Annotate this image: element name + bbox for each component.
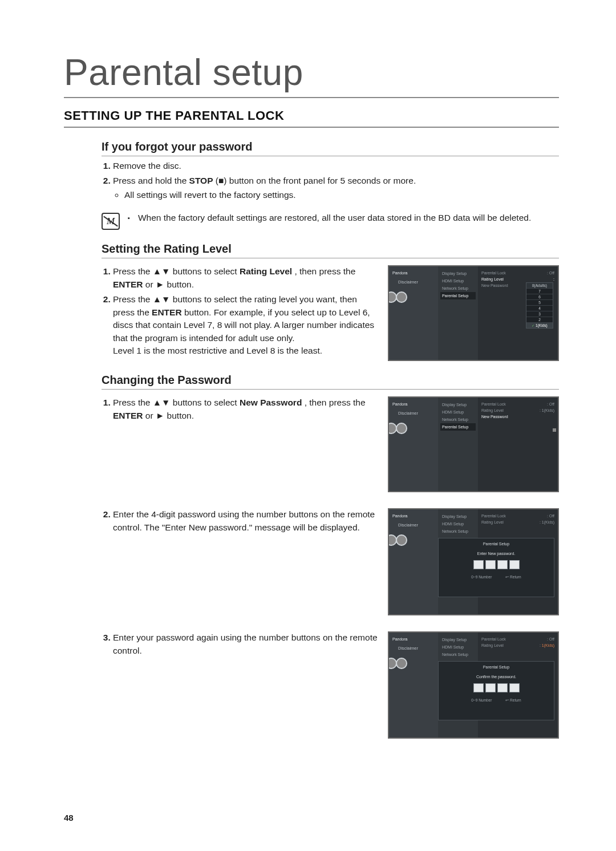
dev-mid-network-4: Network Setup <box>440 651 476 658</box>
rating-step-2: Press the ▲▼ buttons to select the ratin… <box>113 293 378 357</box>
page-title: Parental setup <box>64 51 559 98</box>
dev-mid-display-3: Display Setup <box>440 513 476 520</box>
pw-s1-d: ENTER <box>113 411 143 420</box>
dev-r-off-4: : Off <box>547 637 554 641</box>
dev-r-rating-level-2: Rating Level <box>481 408 504 412</box>
pw-s1-e: or ► button. <box>145 411 194 420</box>
dev-nav-disclaimer-2: Disclaimer <box>398 411 435 416</box>
password-boxes <box>473 560 520 569</box>
dev-r-rating-sel: : <box>553 277 554 281</box>
dev-r-parental-lock-2: Parental Lock <box>481 402 506 406</box>
dev-r-1kids-3: : 1(Kids) <box>540 520 554 524</box>
dev-r-off-2: : Off <box>547 402 554 406</box>
dev-r-new-password-2: New Password <box>481 415 508 419</box>
dev-r-parental-lock-4: Parental Lock <box>481 637 506 641</box>
dev-nav-disclaimer: Disclaimer <box>398 279 435 285</box>
dev-r-1kids-2: : 1(Kids) <box>540 408 554 412</box>
pw-s1-a: Press the ▲▼ buttons to select <box>113 398 240 407</box>
dev-drop-6: 6 <box>526 294 553 299</box>
dev-r-new-password: New Password <box>481 283 508 287</box>
rating-s1-b: Rating Level <box>240 266 292 276</box>
dev-drop-3: 3 <box>526 311 553 317</box>
right-arrow-icon <box>553 428 556 432</box>
screenshot-enter-password: Pandora Disclaimer Display Setup HDMI Se… <box>388 508 559 615</box>
section-title: SETTING UP THE PARENTAL LOCK <box>64 108 559 128</box>
dev-mid-hdmi-3: HDMI Setup <box>440 520 476 528</box>
note-bullet-icon: ▪ <box>128 214 130 223</box>
page-number: 48 <box>64 813 74 822</box>
password-step-2: Enter the 4-digit password using the num… <box>113 508 378 534</box>
dev-rating-dropdown: 8(Adults) 7 6 5 4 3 2 1(Kids) <box>526 282 553 329</box>
dev-mid-parental-2: Parental Setup <box>440 423 476 431</box>
dev-mid-hdmi-2: HDMI Setup <box>440 408 476 416</box>
screenshot-rating-level: Pandora Disclaimer Display Setup HDMI Se… <box>388 265 559 361</box>
dev-r-1kids-note: : 1(Kids) <box>540 643 554 647</box>
password-boxes-confirm <box>473 683 520 692</box>
forgot-step-1: Remove the disc. <box>113 160 559 172</box>
dev-mid-hdmi: HDMI Setup <box>440 277 476 285</box>
dev-r-rating-level: Rating Level <box>481 277 504 281</box>
overlay-title-1: Parental Setup <box>483 542 509 546</box>
dev-mid-network-3: Network Setup <box>440 528 476 535</box>
rating-s1-e: or ► button. <box>145 279 194 289</box>
dev-mid-parental: Parental Setup <box>440 292 476 299</box>
forgot-step-2-bullet: All settings will revert to the factory … <box>124 189 559 201</box>
note-text: When the factory default settings are re… <box>138 212 559 224</box>
dev-r-rating-level-3: Rating Level <box>481 520 504 524</box>
dev-nav-disclaimer-3: Disclaimer <box>398 522 435 528</box>
password-heading: Changing the Password <box>102 374 559 390</box>
password-step-1: Press the ▲▼ buttons to select New Passw… <box>113 396 378 422</box>
rating-s1-d: ENTER <box>113 279 143 289</box>
note-icon <box>102 213 120 230</box>
hint-number-2: 0~9 Number <box>471 698 492 703</box>
gear-icon <box>396 423 407 434</box>
hint-number-1: 0~9 Number <box>471 575 492 580</box>
dev-mid-hdmi-4: HDMI Setup <box>440 643 476 651</box>
screenshot-confirm-password: Pandora Disclaimer Display Setup HDMI Se… <box>388 631 559 739</box>
pw-s1-b: New Password <box>240 398 302 407</box>
gear-icon <box>396 291 407 303</box>
hint-return-2: ↩ Return <box>505 698 521 703</box>
dev-mid-display: Display Setup <box>440 270 476 277</box>
rating-heading: Setting the Rating Level <box>102 242 559 258</box>
dev-drop-2: 2 <box>526 317 553 322</box>
forgot-heading: If you forgot your password <box>102 140 559 156</box>
forgot-step-2-bold: STOP <box>189 176 213 185</box>
rating-step-1: Press the ▲▼ buttons to select Rating Le… <box>113 265 378 291</box>
dev-r-off: : Off <box>547 271 554 275</box>
dev-brand-4: Pandora <box>392 637 435 641</box>
forgot-step-2: Press and hold the STOP (■) button on th… <box>113 175 559 201</box>
dev-drop-5: 5 <box>526 299 553 305</box>
dev-brand-2: Pandora <box>392 402 435 406</box>
rating-s2-d: Level 1 is the most restrictive and Leve… <box>113 346 322 355</box>
dev-mid-network: Network Setup <box>440 285 476 292</box>
dev-r-parental-lock-3: Parental Lock <box>481 514 506 518</box>
dev-r-rating-level-4: Rating Level <box>481 643 504 647</box>
hint-return-1: ↩ Return <box>505 575 521 580</box>
dev-drop-1: 1(Kids) <box>526 322 553 328</box>
dev-r-parental-lock: Parental Lock <box>481 271 506 275</box>
rating-s2-b: ENTER <box>152 307 182 317</box>
pw-s1-c: , then press the <box>305 398 366 407</box>
dev-mid-display-4: Display Setup <box>440 636 476 643</box>
dev-brand: Pandora <box>392 271 435 275</box>
dev-drop-8: 8(Adults) <box>526 283 553 288</box>
gear-icon <box>396 658 407 669</box>
dev-r-off-3: : Off <box>547 514 554 518</box>
gear-icon <box>396 534 407 546</box>
forgot-step-2-post: (■) button on the front panel for 5 seco… <box>216 176 416 185</box>
dev-nav-disclaimer-4: Disclaimer <box>398 646 435 651</box>
dev-brand-3: Pandora <box>392 514 435 518</box>
overlay-title-2: Parental Setup <box>483 665 509 669</box>
rating-s1-a: Press the ▲▼ buttons to select <box>113 266 240 276</box>
overlay-msg-confirm: Confirm the password. <box>476 675 516 679</box>
password-step-3: Enter your password again using the numb… <box>113 631 378 657</box>
dev-mid-network-2: Network Setup <box>440 416 476 423</box>
rating-s1-c: , then press the <box>294 266 355 276</box>
overlay-msg-enter: Enter New password. <box>477 552 516 556</box>
dev-drop-4: 4 <box>526 305 553 311</box>
forgot-step-2-pre: Press and hold the <box>113 176 189 185</box>
dev-drop-7: 7 <box>526 288 553 294</box>
screenshot-new-password-select: Pandora Disclaimer Display Setup HDMI Se… <box>388 396 559 492</box>
dev-mid-display-2: Display Setup <box>440 401 476 408</box>
